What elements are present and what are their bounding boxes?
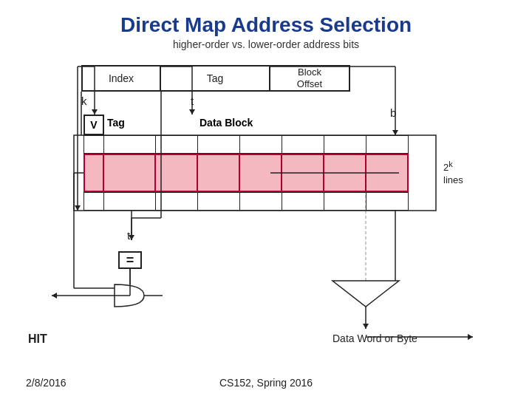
svg-marker-21 — [468, 334, 473, 340]
svg-marker-7 — [75, 205, 81, 211]
footer-date: 2/8/2016 — [26, 377, 66, 389]
addr-block-offset-box: BlockOffset — [270, 65, 350, 92]
svg-marker-30 — [52, 293, 57, 299]
addr-index-box: Index — [81, 65, 161, 92]
cache-row-highlighted — [83, 154, 409, 192]
svg-marker-19 — [363, 324, 369, 329]
cache-header-tag: Tag — [107, 117, 125, 129]
svg-marker-9 — [189, 109, 195, 115]
svg-marker-17 — [332, 281, 399, 307]
label-k: k — [81, 95, 87, 107]
label-t-bottom: t — [127, 229, 130, 242]
lines-label: 2klines — [443, 159, 463, 187]
page-subtitle: higher-order vs. lower-order address bit… — [0, 38, 532, 50]
equals-box: = — [118, 251, 142, 269]
address-row: Index Tag BlockOffset — [81, 65, 436, 92]
hit-label: HIT — [28, 332, 47, 346]
footer-course: CS152, Spring 2016 — [219, 377, 313, 389]
cache-row-1 — [83, 135, 409, 154]
cache-row-3 — [83, 192, 409, 211]
label-t-top: t — [191, 95, 194, 107]
page-title: Direct Map Address Selection — [0, 0, 532, 37]
label-b: b — [390, 106, 396, 119]
svg-marker-2 — [92, 109, 98, 115]
addr-tag-box: Tag — [161, 65, 270, 92]
cache-header-data-block: Data Block — [200, 117, 253, 129]
data-word-label: Data Word or Byte — [332, 332, 417, 344]
svg-marker-13 — [392, 130, 398, 135]
cache-header-v: V — [83, 115, 104, 135]
